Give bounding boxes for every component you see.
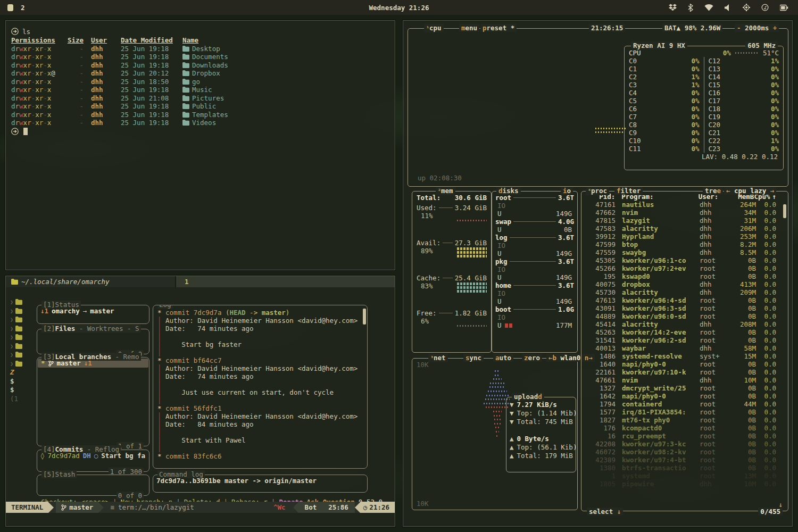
proc-row[interactable]: 40075dropboxdhh413M0.0 bbox=[581, 280, 788, 288]
explorer-item[interactable]: ❯ bbox=[10, 325, 32, 332]
btop-tab-cpu[interactable]: ¹cpu bbox=[424, 24, 444, 32]
update-interval[interactable]: - 2000ms + bbox=[735, 24, 779, 32]
proc-row[interactable]: 45266kworker/u97:2+evroot0B0.0 bbox=[581, 264, 788, 272]
sort-prev-button[interactable]: ← bbox=[726, 187, 730, 195]
lazygit-panel-command-log[interactable]: Command log 7dc9d7a..b3691be master -> o… bbox=[153, 475, 368, 493]
proc-row[interactable]: 44889kworker/u96:0-sdroot0B0.0 bbox=[581, 312, 788, 320]
net-sync-button[interactable]: sync bbox=[463, 354, 484, 362]
btop-preset-button[interactable]: preset * bbox=[480, 24, 517, 32]
proc-row[interactable]: 45730alacrittydhh209M0.0 bbox=[581, 288, 788, 296]
btop-menu-button[interactable]: menu bbox=[459, 24, 479, 32]
terminal-window-btop[interactable]: ¹cpu menu preset * 21:26:15 BAT▲ 98% 2.9… bbox=[403, 20, 793, 527]
hotkey: m bbox=[461, 24, 466, 32]
explorer-winbar[interactable]: ~/.local/share/omarchy bbox=[6, 276, 176, 287]
proc-row[interactable]: 22161kworker/u97:10-kroot0B0.0 bbox=[581, 368, 788, 376]
proc-row[interactable]: 1systemdroot13M0.0 bbox=[581, 472, 788, 480]
proc-row[interactable]: 1642napi/phy0-0root0B0.0 bbox=[581, 392, 788, 400]
proc-filter-button[interactable]: filter bbox=[614, 187, 643, 195]
proc-row[interactable]: 47613kworker/u96:4-sdroot0B0.0 bbox=[581, 296, 788, 304]
btop-tab-proc[interactable]: ⁴proc bbox=[586, 187, 609, 195]
explorer-item[interactable]: $ bbox=[10, 377, 32, 385]
btop-tab-mem[interactable]: ²mem bbox=[436, 187, 455, 195]
proc-row[interactable]: 1327dmcrypt_write/25root0B0.0 bbox=[581, 384, 788, 392]
statusline-branch[interactable]: master bbox=[56, 502, 98, 513]
buffer-tab-number[interactable]: 1 bbox=[185, 278, 189, 286]
file-size: - bbox=[62, 69, 84, 77]
explorer-item[interactable]: (1 bbox=[10, 395, 32, 403]
explorer-item[interactable]: ❯ bbox=[10, 360, 32, 368]
shell-prompt-2[interactable] bbox=[11, 127, 389, 136]
proc-row[interactable]: 1380btrfs-transactioroot0B0.0 bbox=[581, 464, 788, 472]
btop-disks-box[interactable]: disks io root3.6TIOU149Gswap4.0GU0Blog3.… bbox=[492, 191, 578, 353]
proc-row[interactable]: 47661nvimdhh10M0.0 bbox=[581, 376, 788, 384]
lazygit-panel-commits[interactable]: [4]Commits - Reflog ◊ 7dc9d7ad DH ○ Star… bbox=[37, 450, 149, 472]
btop-io-toggle[interactable]: io bbox=[561, 187, 573, 195]
proc-row[interactable]: 46072kworker/u98:2-kvroot0B0.0 bbox=[581, 448, 788, 456]
proc-row[interactable]: 42208kworker/u97:3-kcroot0B0.0 bbox=[581, 440, 788, 448]
explorer-item[interactable]: ❯ bbox=[10, 333, 32, 341]
explorer-item[interactable]: $ bbox=[10, 386, 32, 394]
proc-sort-switcher[interactable]: ← cpu lazy → bbox=[724, 187, 776, 195]
proc-row[interactable]: 45305kworker/u96:1-coroot0B0.0 bbox=[581, 256, 788, 264]
proc-row[interactable]: 47583alacrittydhh206M0.0 bbox=[581, 225, 788, 232]
proc-row[interactable]: 31541kworker/u96:2-sdroot0B0.0 bbox=[581, 336, 788, 344]
explorer-item[interactable]: Z bbox=[10, 368, 32, 376]
proc-row[interactable]: 43091kworker/u96:3-sdroot0B0.0 bbox=[581, 304, 788, 312]
terminal-window-ls[interactable]: ls Permissions Size User Date Modified N… bbox=[5, 20, 395, 270]
file-explorer-strip[interactable]: ❯❯❯❯❯❯❯❯Z$$(1 bbox=[10, 298, 32, 403]
proc-tree-button[interactable]: tree bbox=[703, 187, 723, 195]
explorer-item[interactable]: ❯ bbox=[10, 298, 32, 306]
proc-row[interactable]: 39912Hyprlanddhh253M0.0 bbox=[581, 232, 788, 240]
proc-row[interactable]: 47599btopdhh8.2M0.0 bbox=[581, 240, 788, 248]
proc-row[interactable]: 1827mt76-tx phy0root0B0.0 bbox=[581, 416, 788, 424]
proc-row[interactable]: 45263kworker/14:2-everoot0B0.0 bbox=[581, 328, 788, 336]
proc-row[interactable]: 16rcu_preemptroot0B0.0 bbox=[581, 432, 788, 440]
interval-plus-button[interactable]: + bbox=[773, 24, 777, 32]
btop-tab-net[interactable]: ³net bbox=[428, 354, 448, 362]
buffer-tabbar[interactable]: 1 bbox=[176, 276, 395, 287]
proc-row[interactable]: 1805pipewiredhh10M0.0 bbox=[581, 480, 788, 488]
terminal-window-lazygit[interactable]: ~/.local/share/omarchy 1 ❯❯❯❯❯❯❯❯Z$$(1 [… bbox=[5, 276, 395, 527]
proc-row[interactable]: 47662nvimdhh34M0.0 bbox=[581, 209, 788, 217]
interval-minus-button[interactable]: - bbox=[737, 24, 741, 32]
process-list[interactable]: 47161nautilusdhh264M0.047662nvimdhh34M0.… bbox=[581, 201, 788, 488]
proc-row[interactable]: 195kswapd0root0B0.0 bbox=[581, 272, 788, 280]
lazygit-panel-files[interactable]: [2]Files - Worktrees - S 0 of 0 bbox=[37, 329, 149, 354]
lazygit-panel-stash[interactable]: [5]Stash 0 of 0 bbox=[37, 475, 149, 496]
lazygit-panel-status[interactable]: [1]Status ↓1 omarchy → master bbox=[37, 305, 149, 324]
btop-net-box[interactable]: ³net sync auto zero ←b wlan0 n→ 10K 10K … bbox=[412, 358, 578, 510]
explorer-item[interactable]: ❯ bbox=[10, 315, 32, 323]
proc-row[interactable]: 47161nautilusdhh264M0.0 bbox=[581, 201, 788, 209]
download-graph-row bbox=[486, 395, 509, 396]
proc-program: kworker/u98:2-kv bbox=[616, 448, 700, 456]
sort-next-button[interactable]: → bbox=[770, 187, 775, 195]
btop-mem-box[interactable]: ²mem Total:30.6 GiB Used:3.24 GiB11%Avai… bbox=[412, 191, 492, 353]
proc-mem: 413M bbox=[727, 280, 756, 288]
proc-row[interactable]: 42389kworker/u97:4-btroot0B0.0 bbox=[581, 456, 788, 464]
ls-row: drwxr-xr-x-dhh25 Jun 19:18Templates bbox=[11, 111, 389, 119]
proc-scrollbar-thumb[interactable] bbox=[783, 204, 786, 218]
proc-scrollbar[interactable] bbox=[783, 204, 786, 495]
proc-row[interactable]: 45414alacrittydhh208M0.0 bbox=[581, 320, 788, 328]
explorer-item[interactable]: ❯ bbox=[10, 351, 32, 359]
proc-row[interactable]: 1640napi/phy0-0root0B0.0 bbox=[581, 360, 788, 368]
prev-iface-button[interactable]: ←b bbox=[548, 354, 556, 362]
proc-row[interactable]: 40013waybardhh58M0.0 bbox=[581, 344, 788, 352]
btop-proc-box[interactable]: ⁴proc filter tree ← cpu lazy → Pid: Prog… bbox=[581, 191, 788, 511]
explorer-item[interactable]: ❯ bbox=[10, 307, 32, 315]
log-scrollbar[interactable] bbox=[363, 309, 366, 325]
proc-select-hint[interactable]: select ↓ bbox=[587, 508, 623, 516]
proc-row[interactable]: 47559swaybgdhh8.5M0.0 bbox=[581, 248, 788, 256]
proc-row[interactable]: 47815lazygitdhh31M0.0 bbox=[581, 217, 788, 225]
net-zero-button[interactable]: zero bbox=[522, 354, 542, 362]
net-auto-button[interactable]: auto bbox=[493, 354, 513, 362]
btop-cpu-box[interactable]: ¹cpu menu preset * 21:26:15 BAT▲ 98% 2.9… bbox=[408, 28, 788, 187]
proc-row[interactable]: 1577irq/81-PIXA3854:root0B0.0 bbox=[581, 408, 788, 416]
lazygit-panel-log[interactable]: Log * commit 7dc9d7a (HEAD -> master)│ A… bbox=[153, 305, 368, 469]
explorer-item[interactable]: ❯ bbox=[10, 342, 32, 350]
proc-row[interactable]: 1486systemd-resolvesyst+15M0.0 bbox=[581, 352, 788, 360]
btop-disks-title[interactable]: disks bbox=[496, 187, 521, 195]
proc-row[interactable]: 1794containerdroot44M0.0 bbox=[581, 400, 788, 408]
proc-row[interactable]: 176kcompactd0root0B0.0 bbox=[581, 424, 788, 432]
lazygit-panel-branches[interactable]: [3]Local branches - Remo * master ↓1 1 o… bbox=[37, 357, 149, 446]
